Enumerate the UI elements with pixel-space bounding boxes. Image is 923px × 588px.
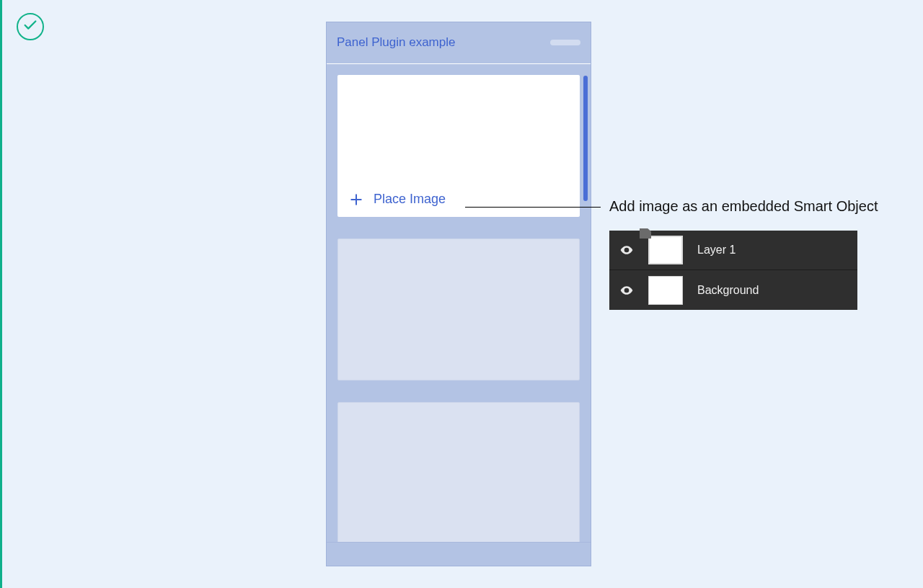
annotation-connector (465, 207, 601, 208)
layer-thumbnail-smart-object-icon (648, 236, 683, 264)
layers-panel: Layer 1 Background (609, 231, 857, 310)
card-place-image: Place Image (337, 75, 580, 217)
check-icon (22, 17, 38, 36)
scrollbar-thumb[interactable] (583, 76, 588, 201)
layer-name: Layer 1 (697, 244, 736, 257)
panel-footer (327, 542, 591, 566)
visibility-icon[interactable] (619, 283, 634, 298)
annotation-text: Add image as an embedded Smart Object (609, 198, 878, 215)
check-badge (17, 13, 44, 40)
panel-menu-icon[interactable] (550, 40, 580, 45)
layer-row-background[interactable]: Background (609, 270, 857, 310)
panel-body: Place Image (327, 64, 591, 543)
plus-icon (349, 192, 363, 207)
place-image-label: Place Image (374, 192, 446, 207)
plugin-panel: Panel Plugin example Place Image (326, 22, 591, 566)
layer-thumbnail-icon (648, 276, 683, 305)
layer-name: Background (697, 284, 759, 297)
layer-row-smart-object[interactable]: Layer 1 (609, 231, 857, 270)
panel-header: Panel Plugin example (327, 22, 591, 64)
card-placeholder-1 (337, 239, 580, 380)
place-image-button[interactable]: Place Image (337, 182, 580, 217)
visibility-icon[interactable] (619, 243, 634, 257)
card-placeholder-2 (337, 402, 580, 543)
panel-title: Panel Plugin example (337, 35, 455, 50)
